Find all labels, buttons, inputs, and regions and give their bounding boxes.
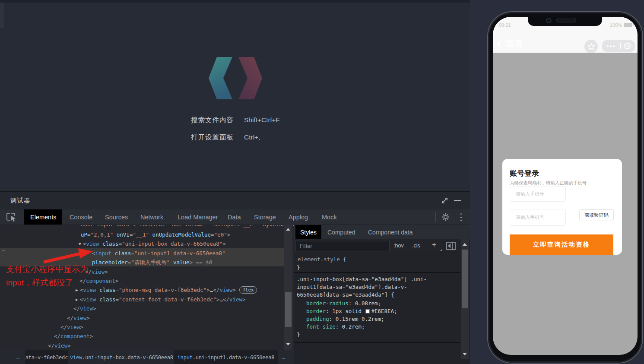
minimize-icon[interactable]: — xyxy=(454,196,461,204)
tree-row[interactable]: ▶<view class="phone-msg data-v-f6eb3edc"… xyxy=(76,285,257,295)
styles-filter-row: Filter :hov .cls + xyxy=(294,239,470,253)
debugger-tab-elements[interactable]: Elements xyxy=(24,209,62,225)
debugger-panel: 调试器 — ElementsConsoleSourcesNetworkLoad … xyxy=(0,191,470,364)
tree-row[interactable]: ▶<view class="content-foot data-v-f6eb3e… xyxy=(76,295,246,304)
debugger-tab-mock[interactable]: Mock xyxy=(316,209,343,225)
cls-toggle[interactable]: .cls xyxy=(412,243,420,249)
back-chevron-icon xyxy=(497,41,504,47)
get-code-button[interactable]: 获取验证码 xyxy=(579,209,614,221)
scroll-down-icon[interactable] xyxy=(463,353,467,355)
tree-row[interactable]: </view> xyxy=(48,341,71,350)
scroll-up-icon[interactable] xyxy=(286,228,290,231)
dock-side-icon[interactable] xyxy=(446,242,456,250)
breadcrumb-overflow[interactable]: … xyxy=(14,350,22,364)
expand-icon[interactable] xyxy=(441,197,448,204)
phone-frame: 09:21 100% 首页 xyxy=(488,12,642,363)
submit-button[interactable]: 立即查询活动资格 xyxy=(510,234,613,255)
separator xyxy=(435,212,436,222)
battery-percent: 100% xyxy=(610,22,622,28)
miniapp-capsule[interactable] xyxy=(602,40,635,52)
gear-icon[interactable] xyxy=(441,213,450,221)
input-placeholder: 请输入手机号 xyxy=(516,191,544,197)
elements-scrollbar[interactable] xyxy=(284,225,292,350)
styles-tab-component-data[interactable]: Component data xyxy=(363,225,418,239)
debugger-tab-storage[interactable]: Storage xyxy=(248,209,282,225)
scroll-down-icon[interactable] xyxy=(286,343,290,345)
styles-tab-styles[interactable]: Styles xyxy=(295,225,321,239)
status-battery: 100% xyxy=(610,22,632,28)
tree-row[interactable]: placeholder="请输入手机号" value> == $0 xyxy=(92,258,212,267)
login-title: 账号登录 xyxy=(510,168,539,178)
camera-icon xyxy=(546,18,552,23)
status-time: 09:21 xyxy=(499,22,511,28)
debugger-tab-load-manager[interactable]: Load Manager xyxy=(171,209,224,225)
tree-row[interactable]: </view> xyxy=(73,304,96,313)
debugger-tab-network[interactable]: Network xyxy=(134,209,169,225)
shortcut-label: 打开设置面板 xyxy=(191,133,244,142)
speaker-grille xyxy=(556,18,576,22)
more-dot xyxy=(610,45,612,47)
shortcut-row-search: 搜索文件内容 Shift+Ctrl+F xyxy=(191,115,280,125)
debugger-tab-console[interactable]: Console xyxy=(63,209,98,225)
more-menu-icon[interactable] xyxy=(459,213,463,221)
hov-toggle[interactable]: :hov xyxy=(393,243,404,249)
breadcrumb-item[interactable]: ata-v-f6eb3edc xyxy=(25,350,68,364)
nav-back-button[interactable]: 首页 xyxy=(498,38,523,50)
phone-screen: 09:21 100% 首页 xyxy=(493,17,638,355)
verify-code-input[interactable]: 请输入手机号 xyxy=(510,209,566,226)
shortcut-keys: Ctrl+, xyxy=(244,133,260,141)
star-icon xyxy=(587,43,595,51)
favorite-star-button[interactable] xyxy=(584,40,598,53)
app-window: 搜索文件内容 Shift+Ctrl+F 打开设置面板 Ctrl+, 调试器 — xyxy=(0,0,644,364)
tree-row[interactable]: </view> xyxy=(60,323,83,332)
more-dot xyxy=(607,45,609,47)
tree-row[interactable]: none-input data-v-f6eb3edc ub="volume" o… xyxy=(81,225,294,230)
color-swatch[interactable] xyxy=(365,309,370,313)
tree-row[interactable]: ▼<view class="uni-input-box data-v-6650e… xyxy=(79,239,226,249)
breadcrumb-item[interactable]: view.uni-input-box.data-v-6650eea8 xyxy=(68,350,175,364)
flex-badge[interactable]: flex xyxy=(239,286,257,294)
new-rule-button[interactable]: + xyxy=(432,241,436,249)
element-picker-icon[interactable] xyxy=(6,212,17,222)
input-placeholder: 请输入手机号 xyxy=(516,214,544,221)
separator xyxy=(20,212,20,222)
element-style-block: element.style {} xyxy=(294,253,460,273)
debugger-title: 调试器 xyxy=(10,196,31,205)
more-dot xyxy=(613,45,615,47)
matched-rule-block: .uni-input-box[data-sa="e3aad4da"] .uni-… xyxy=(294,274,460,343)
styles-pane: StylesComputedComponent data Filter :hov… xyxy=(294,225,470,364)
shortcut-label: 搜索文件内容 xyxy=(191,116,244,125)
battery-icon xyxy=(624,23,632,27)
tree-row[interactable]: </view> xyxy=(85,267,108,277)
scroll-up-icon[interactable] xyxy=(463,243,467,246)
styles-scrollbar-thumb[interactable] xyxy=(462,250,468,308)
phone-number-input[interactable]: 请输入手机号 xyxy=(510,187,566,202)
breadcrumb-item[interactable]: input.uni-input1.data-v-6650eea8 xyxy=(174,350,278,364)
tree-row[interactable]: uP="2,0,1" onVI="__1" onUpdateModelValue… xyxy=(81,230,230,240)
styles-tab-computed[interactable]: Computed xyxy=(323,225,360,239)
close-circle-icon[interactable] xyxy=(624,43,631,49)
editor-welcome-area: 搜索文件内容 Shift+Ctrl+F 打开设置面板 Ctrl+, xyxy=(0,3,470,191)
filter-input[interactable]: Filter xyxy=(295,241,390,251)
debugger-tab-data[interactable]: Data xyxy=(222,209,247,225)
debugger-titlebar: 调试器 — xyxy=(0,192,470,209)
shortcut-row-settings: 打开设置面板 Ctrl+, xyxy=(191,133,260,142)
styles-tabbar: StylesComputedComponent data xyxy=(294,225,470,239)
debugger-tab-applog[interactable]: Applog xyxy=(282,209,314,225)
login-subtitle: 为确保查询顺利，请输入正确的手机号 xyxy=(510,180,587,186)
device-simulator-panel: 09:21 100% 首页 xyxy=(470,0,644,364)
debugger-tab-sources[interactable]: Sources xyxy=(99,209,134,225)
elements-scrollbar-thumb[interactable] xyxy=(285,292,292,327)
corner-triangle xyxy=(440,249,442,251)
tree-row[interactable]: </view> xyxy=(67,313,90,323)
tree-row[interactable]: </component> xyxy=(54,332,93,341)
breadcrumb-bar: …ata-v-f6eb3edcview.uni-input-box.data-v… xyxy=(0,350,294,364)
breadcrumb-overflow[interactable]: … xyxy=(280,350,288,364)
tree-row[interactable]: <input class="uni-input1 data-v-6650eea8… xyxy=(92,249,225,258)
annotation-arrow xyxy=(41,247,94,264)
phone-notch xyxy=(528,17,602,26)
login-card: 账号登录 为确保查询顺利，请输入正确的手机号 请输入手机号 请输入手机号 获取验… xyxy=(502,159,622,255)
tree-row[interactable]: </component> xyxy=(79,276,118,286)
hbuilderx-logo-icon xyxy=(209,56,262,100)
nav-title: 首页 xyxy=(506,38,523,50)
